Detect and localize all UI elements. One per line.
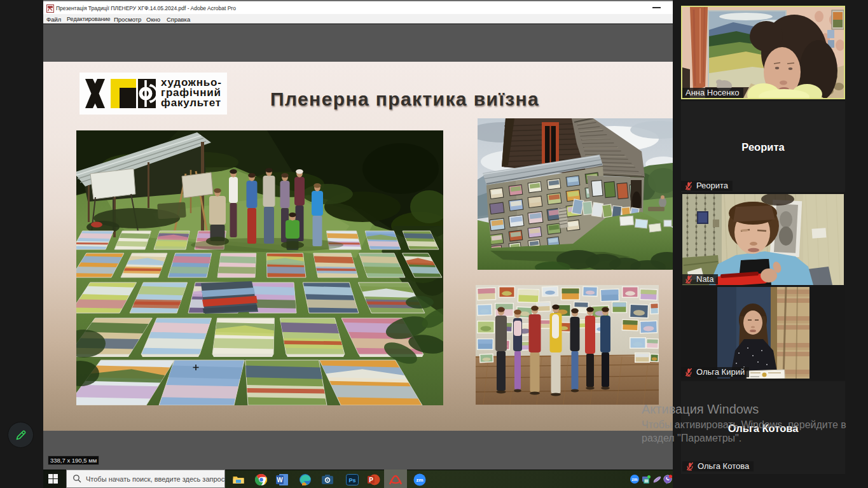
- svg-text:P: P: [369, 477, 373, 484]
- svg-text:W: W: [277, 477, 283, 484]
- svg-text:zm: zm: [416, 477, 423, 483]
- svg-text:zm: zm: [631, 477, 637, 482]
- svg-text:Ps: Ps: [348, 477, 355, 484]
